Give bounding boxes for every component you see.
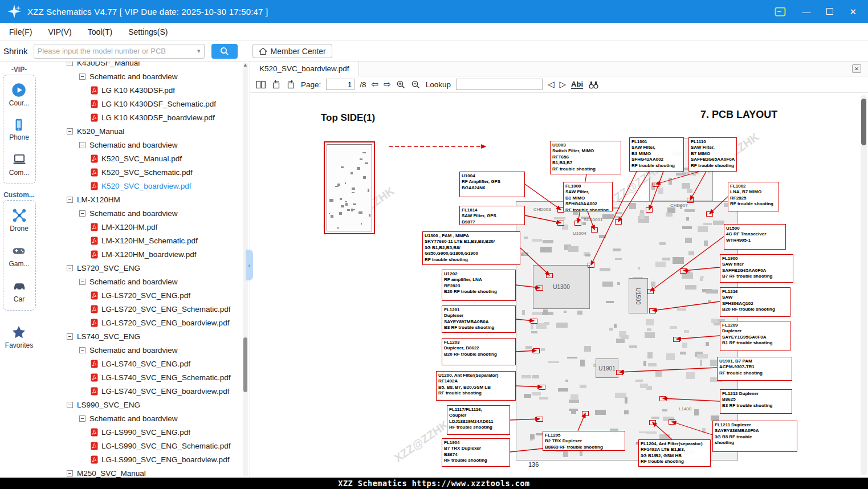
tree-item-pdf[interactable]: K520_SVC_Schematic.pdf xyxy=(38,165,250,179)
tree-item-pdf[interactable]: LG K10 K430DSF.pdf xyxy=(38,83,250,97)
menu-tool[interactable]: Tool(T) xyxy=(88,27,113,36)
find-next-icon[interactable]: ▷ xyxy=(560,80,567,89)
tree-item-folder[interactable]: Schematic and boardview xyxy=(38,343,250,357)
scroll-up-icon[interactable]: ▲ xyxy=(243,63,248,67)
pcb-component xyxy=(697,354,708,358)
tree-item-folder[interactable]: Schematic and boardview xyxy=(38,70,250,83)
collapse-icon[interactable] xyxy=(67,128,73,135)
collapse-icon[interactable] xyxy=(67,333,73,340)
tree-scrollbar-thumb[interactable] xyxy=(243,337,247,392)
panel-collapse-handle[interactable]: ‹ xyxy=(246,250,253,280)
zoom-in-icon[interactable] xyxy=(396,80,406,89)
tree-item-folder[interactable]: Schematic and boardview xyxy=(38,206,250,220)
sidebar-item-label: Gam... xyxy=(9,260,29,268)
collapse-icon[interactable] xyxy=(79,347,85,353)
sidebar-item-star[interactable]: Favorites xyxy=(5,324,33,349)
tree-item-pdf[interactable]: LG-LS990_SVC_ENG.pdf xyxy=(38,425,250,439)
tree-item-folder[interactable]: LM-X120HM xyxy=(38,193,250,206)
collapse-icon[interactable] xyxy=(79,279,85,285)
collapse-icon[interactable] xyxy=(67,62,73,66)
menu-file[interactable]: File(F) xyxy=(9,27,32,36)
close-button[interactable]: ✕ xyxy=(849,7,857,16)
tree-item-pdf[interactable]: LM-X120HM.pdf xyxy=(38,220,250,234)
pcb-component xyxy=(599,235,606,238)
tree-item-folder[interactable]: LS720_SVC_ENG xyxy=(38,261,250,275)
chevron-down-icon[interactable]: ▾ xyxy=(197,47,201,55)
collapse-icon[interactable] xyxy=(67,197,73,203)
minimize-button[interactable]: — xyxy=(802,7,810,16)
vip-card-icon[interactable] xyxy=(775,7,786,17)
menu-settings[interactable]: Settings(S) xyxy=(128,27,168,36)
tree-item-pdf[interactable]: LG-LS740_SVC_ENG.pdf xyxy=(38,357,250,370)
lookup-input[interactable] xyxy=(456,79,543,90)
sidebar-item-drone[interactable]: Drone xyxy=(10,207,28,233)
tree-item-folder[interactable]: K430DSF_Manual xyxy=(38,62,250,70)
page-number-input[interactable] xyxy=(326,79,354,90)
search-input[interactable] xyxy=(38,47,197,55)
sidebar-item-car[interactable]: Car xyxy=(11,278,27,303)
pdf-icon xyxy=(91,360,98,368)
tree-item-pdf[interactable]: LG-LS990_SVC_ENG_boardview.pdf xyxy=(38,453,250,466)
tree-item-pdf[interactable]: LG K10 K430DSF_Schematic.pdf xyxy=(38,97,250,111)
tree-item-label: LG K10 K430DSF_boardview.pdf xyxy=(101,113,215,122)
binoculars-icon[interactable] xyxy=(588,80,599,89)
collapse-icon[interactable] xyxy=(79,142,85,148)
close-document-icon[interactable]: ✕ xyxy=(852,64,861,73)
tree-item-folder[interactable]: K520_Manual xyxy=(38,124,250,138)
pdf-icon xyxy=(91,168,98,177)
tree-item-pdf[interactable]: LG-LS720_SVC_ENG_boardview.pdf xyxy=(38,316,250,329)
pdf-icon xyxy=(91,182,98,190)
sidebar-item-label: Phone xyxy=(9,133,29,141)
tree-item-pdf[interactable]: LM-X120HM_boardview.pdf xyxy=(38,247,250,261)
document-tab-label: K520_SVC_boardview.pdf xyxy=(259,64,349,73)
shrink-button[interactable]: Shrink xyxy=(3,46,28,56)
text-select-icon[interactable]: Abi xyxy=(571,80,583,89)
sidebar-item-gamepad[interactable]: Gam... xyxy=(9,243,29,268)
zoom-out-icon[interactable] xyxy=(411,80,421,89)
tree-item-pdf[interactable]: LG K10 K430DSF_boardview.pdf xyxy=(38,111,250,124)
pcb-component xyxy=(536,323,547,328)
search-button[interactable] xyxy=(211,44,238,59)
document-tab[interactable]: K520_SVC_boardview.pdf xyxy=(250,62,359,76)
sidebar-item-play-circle[interactable]: Cour... xyxy=(9,82,29,107)
pcb-component xyxy=(614,324,617,328)
tree-item-pdf[interactable]: LG-LS990_SVC_ENG_Schematic.pdf xyxy=(38,439,250,453)
rotate-cw-icon[interactable] xyxy=(286,80,296,89)
collapse-icon[interactable] xyxy=(79,74,85,80)
tree-item-pdf[interactable]: LG-LS740_SVC_ENG_Schematic.pdf xyxy=(38,370,250,384)
page-forward-icon[interactable]: ⇨ xyxy=(384,80,391,89)
tree-item-pdf[interactable]: LM-X120HM_Schematic.pdf xyxy=(38,234,250,247)
pdf-scrollbar-thumb[interactable] xyxy=(861,99,866,145)
tree-item-pdf[interactable]: LG-LS720_SVC_ENG.pdf xyxy=(38,288,250,302)
collapse-icon[interactable] xyxy=(67,265,73,271)
rotate-ccw-icon[interactable] xyxy=(271,80,281,89)
maximize-button[interactable] xyxy=(826,8,833,15)
tree-item-pdf[interactable]: LG-LS720_SVC_ENG_Schematic.pdf xyxy=(38,302,250,316)
tree-item-pdf[interactable]: K520_SVC_boardview.pdf xyxy=(38,179,250,193)
tree-item-pdf[interactable]: K520_SVC_Manual.pdf xyxy=(38,152,250,165)
page-title-left: Top SIDE(1) xyxy=(321,112,375,124)
collapse-icon[interactable] xyxy=(67,402,73,408)
page-back-icon[interactable]: ⇦ xyxy=(372,80,379,89)
tree-item-folder[interactable]: Schematic and boardview xyxy=(38,411,250,425)
collapse-icon[interactable] xyxy=(79,415,85,422)
tree-item-folder[interactable]: M250_SVC_Manual xyxy=(38,466,250,478)
pdf-scrollbar[interactable] xyxy=(861,95,867,475)
pcb-component xyxy=(580,451,582,456)
tree-item-folder[interactable]: Schematic and boardview xyxy=(38,275,250,288)
collapse-icon[interactable] xyxy=(67,470,73,476)
tree-item-folder[interactable]: LS990_SVC_ENG xyxy=(38,398,250,411)
tree-item-folder[interactable]: Schematic and boardview xyxy=(38,138,250,152)
find-previous-icon[interactable]: ◁ xyxy=(548,80,555,89)
menu-vip[interactable]: VIP(V) xyxy=(48,27,71,36)
tree-item-pdf[interactable]: LG-LS740_SVC_ENG_boardview.pdf xyxy=(38,384,250,398)
member-center-button[interactable]: Member Center xyxy=(252,44,332,58)
collapse-icon[interactable] xyxy=(79,210,85,217)
two-page-view-icon[interactable] xyxy=(256,80,266,89)
sidebar-item-smartphone[interactable]: Phone xyxy=(9,117,29,141)
sidebar-item-laptop[interactable]: Com... xyxy=(9,152,29,177)
thumbnail-component xyxy=(353,203,356,205)
tree-item-folder[interactable]: LS740_SVC_ENG xyxy=(38,329,250,343)
page-label: Page: xyxy=(301,80,321,89)
annotation-fl1205: FL1205B2 TRX DuplexerB8663 RF trouble sh… xyxy=(543,431,625,451)
